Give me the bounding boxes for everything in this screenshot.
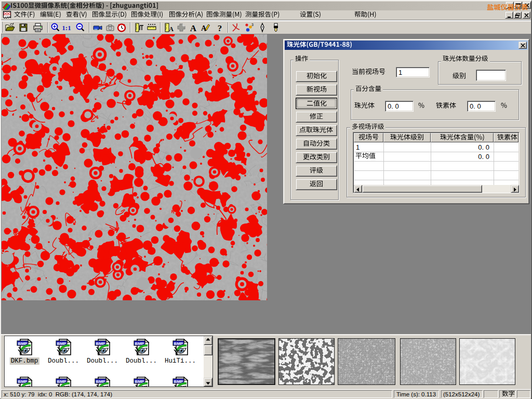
svg-text:DOC: DOC	[3, 12, 11, 16]
svg-text:?: ?	[218, 23, 222, 33]
svg-text:A: A	[190, 23, 197, 33]
svg-text:1:1: 1:1	[62, 24, 71, 32]
svg-text:3: 3	[251, 23, 254, 26]
svg-text:A: A	[169, 25, 174, 33]
